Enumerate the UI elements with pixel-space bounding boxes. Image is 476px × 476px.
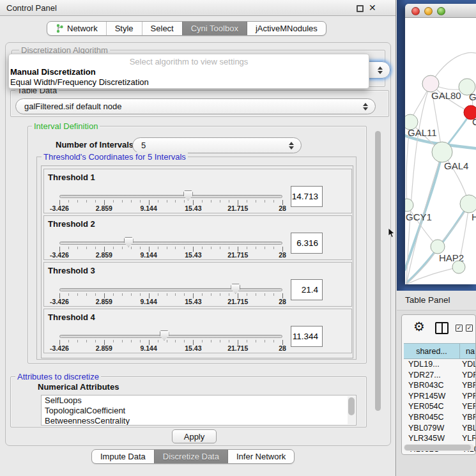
slider-tick xyxy=(256,200,256,203)
threshold-value-field[interactable]: 6.316 xyxy=(291,233,323,254)
slider-thumb[interactable] xyxy=(124,237,134,247)
table-cell: YDR2 xyxy=(460,370,476,381)
threshold-value-field[interactable]: 14.713 xyxy=(291,186,323,207)
table-row[interactable]: YDR27...YDR2 xyxy=(404,370,476,381)
table-row[interactable]: YBR043CYBR0 xyxy=(404,380,476,391)
slider-tick xyxy=(247,340,247,342)
threshold-coordinates-group: Threshold's Coordinates for 5 Intervals … xyxy=(36,157,357,360)
slider-tick-label: 9.144 xyxy=(140,251,157,259)
tab-label: Style xyxy=(115,24,134,33)
dropdown-item-manual-discretization[interactable]: Manual Discretization xyxy=(10,67,96,77)
table-horizontal-scrollbar[interactable] xyxy=(404,444,474,451)
network-node-gcy1[interactable] xyxy=(405,199,413,211)
table-header-shared-name[interactable]: shared... xyxy=(404,344,460,358)
slider-tick xyxy=(229,293,229,296)
slider-track[interactable] xyxy=(59,242,282,245)
scrollbar-thumb[interactable] xyxy=(404,445,471,450)
slider-thumb[interactable] xyxy=(160,330,169,341)
network-node-hap2[interactable] xyxy=(431,240,445,254)
tab-network[interactable]: Network xyxy=(47,22,106,35)
network-canvas[interactable]: GAL80GACGAL11GAL4GCY1HHAP2 xyxy=(405,18,476,284)
slider-tick xyxy=(68,340,69,342)
tab-infer-network[interactable]: Infer Network xyxy=(227,450,294,463)
combo-stepper-icon xyxy=(289,142,294,150)
numerical-attributes-list[interactable]: SelfLoopsTopologicalCoefficientBetweenne… xyxy=(41,395,357,426)
scrollbar-thumb[interactable] xyxy=(375,131,381,411)
network-desktop: GAL80GACGAL11GAL4GCY1HHAP2 xyxy=(397,0,476,291)
threshold-row: Threshold 2-3.4262.8599.14415.4321.71528… xyxy=(43,215,352,260)
close-icon[interactable]: ✕ xyxy=(369,3,376,13)
network-node-gal4[interactable] xyxy=(432,142,452,162)
network-node[interactable] xyxy=(452,261,465,273)
slider-tick-label: 2.859 xyxy=(96,251,112,259)
slider-tick xyxy=(167,247,167,249)
slider-thumb[interactable] xyxy=(231,284,240,294)
slider-tick xyxy=(113,340,114,342)
table-row[interactable]: YDL19...YDL1 xyxy=(404,359,476,370)
slider-tick xyxy=(184,200,185,203)
threshold-row: Threshold 3-3.4262.8599.14415.4321.71528… xyxy=(43,262,352,307)
tab-jactivemnodules[interactable]: jActiveMNodules xyxy=(247,22,326,35)
table-row[interactable]: YBL079WYBL0 xyxy=(404,423,476,434)
column-layout-icon[interactable] xyxy=(435,322,449,334)
attribute-list-scrollbar[interactable] xyxy=(348,396,355,424)
threshold-label: Threshold 4 xyxy=(48,312,95,322)
slider-track[interactable] xyxy=(59,288,282,291)
slider-tick-label: -3.426 xyxy=(50,204,69,212)
close-traffic-icon[interactable] xyxy=(411,7,420,15)
tab-label: Select xyxy=(151,24,174,33)
scrollbar-thumb[interactable] xyxy=(348,397,355,415)
number-of-intervals-combobox[interactable]: 5 xyxy=(132,137,302,153)
tab-cyni-toolbox[interactable]: Cyni Toolbox xyxy=(182,22,247,35)
minimize-traffic-icon[interactable] xyxy=(424,7,433,15)
threshold-value-field[interactable]: 11.344 xyxy=(291,326,323,347)
table-header-name[interactable]: na xyxy=(460,344,476,358)
attribute-list-item[interactable]: SelfLoops xyxy=(42,395,356,406)
slider-tick xyxy=(113,247,114,249)
table-header-row: shared...na xyxy=(404,343,476,359)
slider-tick xyxy=(95,340,96,342)
tab-label: Infer Network xyxy=(236,452,286,461)
slider-tick-label: 15.43 xyxy=(185,204,201,212)
gear-icon[interactable]: ⚙ xyxy=(413,319,425,334)
slider-tick xyxy=(158,293,158,296)
zoom-traffic-icon[interactable] xyxy=(437,7,445,15)
table-row[interactable]: YBR045CYBR0 xyxy=(404,412,476,423)
slider-tick xyxy=(131,200,132,203)
slider-tick xyxy=(68,247,69,249)
slider-tick-label: 28 xyxy=(279,251,286,259)
network-node-h[interactable] xyxy=(460,195,476,213)
slider-tick xyxy=(184,340,185,342)
table-row[interactable]: YLR345WYLR3 xyxy=(404,433,476,444)
checkbox-icon[interactable]: ✓ xyxy=(466,325,473,332)
table-row[interactable]: YPR145WYPR1 xyxy=(404,391,476,402)
network-node-label: H xyxy=(472,211,476,222)
slider-tick xyxy=(122,247,123,249)
tab-discretize-data[interactable]: Discretize Data xyxy=(154,450,227,463)
table-cell: YBR045C xyxy=(404,412,460,423)
table-cell: YPR145W xyxy=(404,391,460,402)
dropdown-item-equal-width-frequency[interactable]: Equal Width/Frequency Discretization xyxy=(10,77,149,87)
tab-impute-data[interactable]: Impute Data xyxy=(92,450,154,463)
slider-tick-label: 21.715 xyxy=(227,298,248,305)
float-panel-icon[interactable] xyxy=(357,5,364,12)
threshold-value-field[interactable]: 21.4 xyxy=(291,279,323,300)
attribute-list-item[interactable]: TopologicalCoefficient xyxy=(42,406,356,416)
network-view-window: GAL80GACGAL11GAL4GCY1HHAP2 xyxy=(405,4,476,284)
table-row[interactable]: YER054CYER0 xyxy=(404,401,476,412)
apply-button[interactable]: Apply xyxy=(172,429,217,443)
slider-tick xyxy=(131,340,132,342)
table-data-combobox[interactable]: galFiltered.sif default node xyxy=(15,98,376,114)
tab-select[interactable]: Select xyxy=(142,22,182,35)
panel-scrollbar[interactable] xyxy=(374,121,382,424)
slider-track[interactable] xyxy=(59,335,282,338)
top-tab-bar: NetworkStyleSelectCyni ToolboxjActiveMNo… xyxy=(47,21,326,36)
slider-tick xyxy=(77,200,78,203)
slider-thumb[interactable] xyxy=(183,190,193,201)
slider-tick xyxy=(265,293,265,296)
slider-tick xyxy=(122,200,123,203)
slider-track[interactable] xyxy=(59,195,282,198)
tab-style[interactable]: Style xyxy=(106,22,142,35)
checkbox-icon[interactable]: ✓ xyxy=(456,325,463,332)
attribute-list-item[interactable]: BetweennessCentrality xyxy=(42,416,356,426)
